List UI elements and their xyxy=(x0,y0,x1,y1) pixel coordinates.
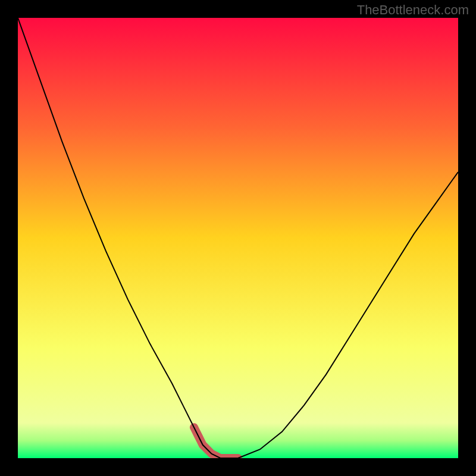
chart-svg xyxy=(18,18,458,458)
watermark-text: TheBottleneck.com xyxy=(357,2,469,18)
chart-plot-area xyxy=(18,18,458,458)
gradient-background xyxy=(18,18,458,458)
